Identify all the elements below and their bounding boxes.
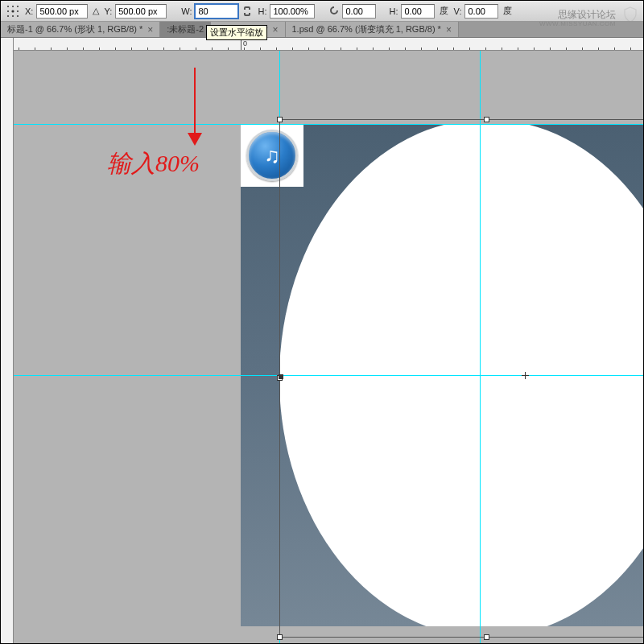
watermark-text: 思缘设计论坛 WWW.MISSYUAN.COM	[539, 9, 616, 28]
h-field[interactable]	[270, 4, 315, 19]
skew-v-field[interactable]	[464, 4, 498, 19]
watermark-cn: 思缘设计论坛	[539, 9, 616, 20]
close-icon[interactable]: ×	[272, 24, 278, 35]
rotate-icon	[329, 6, 339, 17]
x-field[interactable]	[36, 4, 88, 19]
svg-point-3	[7, 10, 9, 12]
link-icon[interactable]	[242, 4, 253, 19]
skew-v-label: V:	[453, 6, 461, 16]
svg-point-7	[12, 15, 14, 17]
transform-handle[interactable]	[277, 117, 283, 122]
delta-icon: △	[93, 6, 99, 16]
skew-h-field[interactable]	[401, 4, 435, 19]
ruler-vertical[interactable]	[1, 38, 14, 643]
transform-handle[interactable]	[277, 634, 283, 640]
svg-point-1	[12, 6, 14, 7]
tab-label: 1.psd @ 66.7% (渐变填充 1, RGB/8) *	[292, 23, 441, 35]
ruler-horizontal[interactable]	[14, 38, 643, 51]
tab-label: :未标题-2	[167, 23, 204, 35]
transform-handle[interactable]	[484, 117, 489, 122]
reference-point[interactable]	[522, 372, 529, 379]
tab-doc-3[interactable]: 1.psd @ 66.7% (渐变填充 1, RGB/8) *×	[286, 22, 459, 37]
rotate-field[interactable]	[342, 4, 376, 19]
y-field[interactable]	[115, 4, 167, 19]
close-icon[interactable]: ×	[446, 24, 452, 35]
skew-h-label: H:	[389, 6, 398, 16]
degree-label: 度	[440, 5, 448, 17]
svg-point-5	[17, 10, 19, 12]
tab-label: 标题-1 @ 66.7% (形状 1, RGB/8) *	[7, 23, 142, 35]
degree-label-2: 度	[503, 5, 512, 17]
tooltip: 设置水平缩放	[206, 25, 267, 40]
canvas[interactable]: ♫	[14, 51, 643, 643]
transform-handle[interactable]	[484, 634, 489, 640]
x-label: X:	[25, 6, 33, 16]
transform-bounding-box[interactable]	[279, 119, 644, 638]
close-icon[interactable]: ×	[147, 24, 153, 35]
tab-doc-1[interactable]: 标题-1 @ 66.7% (形状 1, RGB/8) *×	[1, 22, 160, 37]
w-field[interactable]	[195, 4, 238, 19]
w-label: W:	[181, 6, 192, 16]
path-anchor[interactable]	[279, 374, 283, 379]
watermark-logo-icon	[622, 6, 638, 23]
svg-point-0	[7, 6, 9, 7]
h-label: H:	[258, 6, 266, 16]
svg-point-2	[17, 6, 19, 7]
watermark-en: WWW.MISSYUAN.COM	[539, 20, 616, 28]
reference-point-icon[interactable]	[6, 4, 20, 19]
y-label: Y:	[104, 6, 112, 16]
tab-doc-2[interactable]: :未标题-2	[160, 22, 211, 37]
svg-point-4	[11, 10, 14, 12]
svg-point-6	[7, 15, 9, 17]
svg-point-8	[17, 15, 19, 17]
